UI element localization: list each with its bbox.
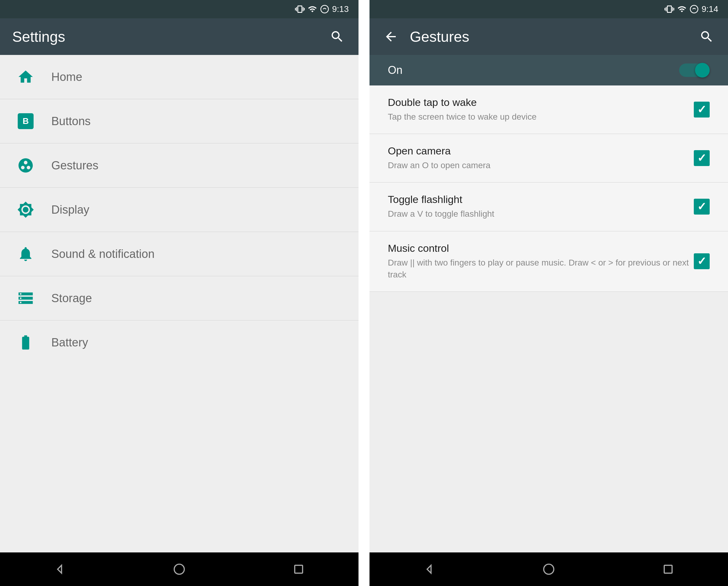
- right-panel: 9:14 Gestures On Double tap to wake Tap: [369, 0, 728, 586]
- vibrate-icon-right: [665, 4, 674, 14]
- gesture-item-double-tap[interactable]: Double tap to wake Tap the screen twice …: [369, 85, 728, 134]
- settings-title: Settings: [12, 28, 328, 45]
- double-tap-desc: Tap the screen twice to wake up device: [388, 111, 694, 123]
- camera-checkmark: ✓: [697, 152, 706, 164]
- settings-item-display[interactable]: Display: [0, 188, 359, 232]
- signal-icon: [308, 5, 317, 14]
- left-home-button[interactable]: [167, 557, 191, 581]
- flashlight-name: Toggle flashlight: [388, 193, 694, 206]
- double-tap-checkmark: ✓: [697, 103, 706, 116]
- right-home-button[interactable]: [537, 557, 561, 581]
- on-toggle-row: On: [369, 55, 728, 85]
- right-recents-button[interactable]: [656, 557, 680, 581]
- sound-label: Sound & notification: [51, 247, 155, 261]
- svg-marker-1: [57, 565, 61, 573]
- sound-icon: [15, 243, 37, 265]
- display-label: Display: [51, 203, 89, 216]
- search-icon-gestures: [699, 29, 714, 44]
- left-time: 9:13: [332, 4, 349, 14]
- double-tap-name: Double tap to wake: [388, 97, 694, 108]
- music-name: Music control: [388, 242, 694, 254]
- right-nav-bar: [369, 553, 728, 586]
- svg-point-0: [321, 5, 328, 13]
- double-tap-checkbox[interactable]: ✓: [694, 102, 710, 117]
- gesture-items-container: Double tap to wake Tap the screen twice …: [369, 85, 728, 553]
- svg-marker-5: [427, 565, 431, 573]
- right-back-button[interactable]: [417, 557, 442, 581]
- flashlight-checkbox[interactable]: ✓: [694, 199, 710, 215]
- gesture-music-text: Music control Draw || with two fingers t…: [388, 242, 694, 281]
- flashlight-checkmark: ✓: [697, 200, 706, 213]
- signal-icon-right: [677, 5, 686, 14]
- panel-divider: [359, 0, 369, 586]
- gestures-label: Gestures: [51, 159, 98, 172]
- right-status-bar: 9:14: [369, 0, 728, 18]
- battery-status-icon: [15, 331, 37, 353]
- flashlight-desc: Draw a V to toggle flashlight: [388, 208, 694, 220]
- storage-icon: [15, 287, 37, 309]
- battery-label: Battery: [51, 336, 88, 349]
- battery-icon-right: [690, 5, 699, 14]
- camera-name: Open camera: [388, 145, 694, 157]
- svg-rect-7: [664, 565, 672, 573]
- gesture-item-music[interactable]: Music control Draw || with two fingers t…: [369, 231, 728, 292]
- home-icon: [15, 66, 37, 88]
- music-desc: Draw || with two fingers to play or paus…: [388, 257, 694, 281]
- settings-item-storage[interactable]: Storage: [0, 276, 359, 320]
- gesture-item-flashlight[interactable]: Toggle flashlight Draw a V to toggle fla…: [369, 183, 728, 231]
- gestures-title: Gestures: [410, 28, 688, 45]
- left-back-button[interactable]: [48, 557, 72, 581]
- left-nav-bar: [0, 553, 359, 586]
- gestures-search-button[interactable]: [698, 27, 716, 46]
- storage-label: Storage: [51, 292, 92, 305]
- right-time: 9:14: [702, 4, 719, 14]
- settings-search-button[interactable]: [328, 27, 346, 46]
- battery-icon: [320, 5, 329, 14]
- display-icon: [15, 199, 37, 221]
- camera-checkbox[interactable]: ✓: [694, 150, 710, 166]
- settings-item-sound[interactable]: Sound & notification: [0, 232, 359, 276]
- right-status-icons: 9:14: [665, 4, 719, 14]
- gestures-icon: [15, 155, 37, 177]
- music-checkmark: ✓: [697, 255, 706, 268]
- home-label: Home: [51, 71, 82, 84]
- gesture-double-tap-text: Double tap to wake Tap the screen twice …: [388, 97, 694, 123]
- gestures-toggle[interactable]: [679, 63, 710, 77]
- vibrate-icon: [295, 4, 305, 14]
- settings-item-buttons[interactable]: B Buttons: [0, 99, 359, 143]
- left-status-bar: 9:13: [0, 0, 359, 18]
- left-panel: 9:13 Settings Home: [0, 0, 359, 586]
- svg-point-6: [544, 564, 554, 575]
- svg-point-4: [690, 5, 698, 13]
- gesture-flashlight-text: Toggle flashlight Draw a V to toggle fla…: [388, 193, 694, 220]
- gesture-camera-text: Open camera Draw an O to open camera: [388, 145, 694, 171]
- music-checkbox[interactable]: ✓: [694, 253, 710, 269]
- search-icon: [330, 29, 344, 44]
- camera-desc: Draw an O to open camera: [388, 159, 694, 171]
- left-status-icons: 9:13: [295, 4, 349, 14]
- settings-item-home[interactable]: Home: [0, 55, 359, 99]
- toggle-knob: [695, 63, 710, 78]
- gestures-back-button[interactable]: [382, 27, 400, 46]
- on-label: On: [388, 64, 679, 77]
- svg-point-2: [174, 564, 184, 575]
- left-recents-button[interactable]: [286, 557, 311, 581]
- gestures-app-bar: Gestures: [369, 18, 728, 55]
- svg-rect-3: [295, 565, 303, 573]
- settings-list: Home B Buttons Gestures: [0, 55, 359, 365]
- buttons-label: Buttons: [51, 115, 91, 128]
- gesture-item-camera[interactable]: Open camera Draw an O to open camera ✓: [369, 134, 728, 183]
- settings-list-container: Home B Buttons Gestures: [0, 55, 359, 553]
- buttons-icon: B: [15, 110, 37, 132]
- settings-item-battery[interactable]: Battery: [0, 320, 359, 365]
- settings-item-gestures[interactable]: Gestures: [0, 143, 359, 188]
- left-app-bar: Settings: [0, 18, 359, 55]
